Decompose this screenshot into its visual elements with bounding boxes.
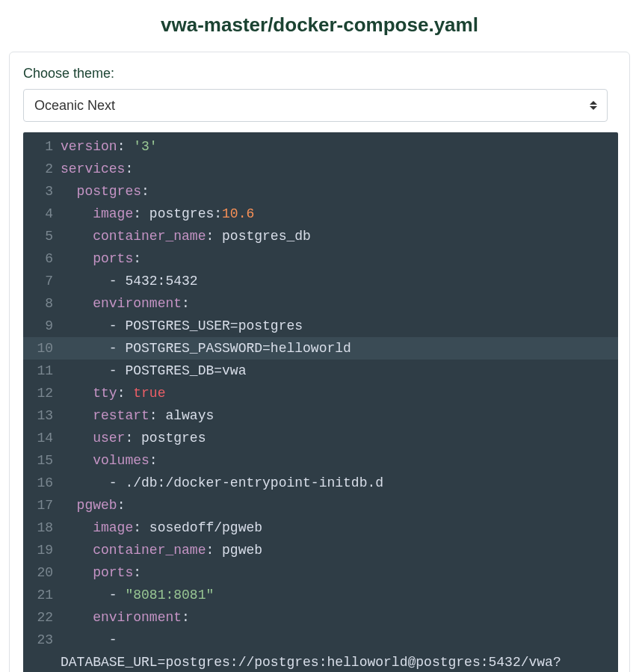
code-line[interactable]: 2services: (23, 158, 618, 180)
code-content[interactable]: ports: (61, 561, 618, 584)
line-number: 1 (23, 135, 61, 158)
code-content[interactable]: environment: (61, 606, 618, 629)
code-line[interactable]: 17 pgweb: (23, 494, 618, 517)
code-line[interactable]: 7 - 5432:5432 (23, 270, 618, 292)
code-content[interactable]: volumes: (61, 449, 618, 472)
line-number: 19 (23, 539, 61, 561)
code-content[interactable]: DATABASE_URL=postgres://postgres:hellowo… (61, 651, 618, 672)
code-content[interactable]: tty: true (61, 382, 618, 404)
code-content[interactable]: user: postgres (61, 427, 618, 449)
code-line[interactable]: 21 - "8081:8081" (23, 584, 618, 606)
code-content[interactable]: environment: (61, 292, 618, 315)
code-line[interactable]: 20 ports: (23, 561, 618, 584)
code-line[interactable]: 12 tty: true (23, 382, 618, 404)
code-line[interactable]: 3 postgres: (23, 180, 618, 203)
line-number: 8 (23, 292, 61, 315)
code-line[interactable]: 22 environment: (23, 606, 618, 629)
code-line[interactable]: 9 - POSTGRES_USER=postgres (23, 315, 618, 337)
code-content[interactable]: ports: (61, 247, 618, 270)
code-content[interactable]: - POSTGRES_PASSWORD=helloworld (61, 337, 618, 360)
viewer-card: Choose theme: Oceanic Next 1version: '3'… (9, 52, 630, 672)
code-content[interactable]: - (61, 629, 618, 651)
theme-select[interactable]: Oceanic Next (23, 89, 608, 122)
line-number: 14 (23, 427, 61, 449)
line-number: 10 (23, 337, 61, 360)
line-number: 2 (23, 158, 61, 180)
code-line[interactable]: 23 - (23, 629, 618, 651)
line-number: 16 (23, 472, 61, 494)
code-content[interactable]: - POSTGRES_USER=postgres (61, 315, 618, 337)
code-line[interactable]: 6 ports: (23, 247, 618, 270)
code-editor[interactable]: 1version: '3'2services:3 postgres:4 imag… (23, 132, 618, 672)
code-line[interactable]: 10 - POSTGRES_PASSWORD=helloworld (23, 337, 618, 360)
code-line[interactable]: DATABASE_URL=postgres://postgres:hellowo… (23, 651, 618, 672)
code-content[interactable]: - 5432:5432 (61, 270, 618, 292)
code-line[interactable]: 5 container_name: postgres_db (23, 225, 618, 247)
line-number: 9 (23, 315, 61, 337)
line-number: 17 (23, 494, 61, 517)
line-number: 23 (23, 629, 61, 651)
code-line[interactable]: 11 - POSTGRES_DB=vwa (23, 360, 618, 382)
line-number: 20 (23, 561, 61, 584)
code-content[interactable]: pgweb: (61, 494, 618, 517)
code-content[interactable]: container_name: pgweb (61, 539, 618, 561)
line-number: 21 (23, 584, 61, 606)
code-content[interactable]: container_name: postgres_db (61, 225, 618, 247)
line-number: 11 (23, 360, 61, 382)
line-number: 12 (23, 382, 61, 404)
code-line[interactable]: 16 - ./db:/docker-entrypoint-initdb.d (23, 472, 618, 494)
line-number: 5 (23, 225, 61, 247)
code-content[interactable]: - POSTGRES_DB=vwa (61, 360, 618, 382)
code-content[interactable]: image: sosedoff/pgweb (61, 517, 618, 539)
line-number: 18 (23, 517, 61, 539)
code-content[interactable]: version: '3' (61, 135, 618, 158)
line-number: 13 (23, 404, 61, 427)
code-content[interactable]: restart: always (61, 404, 618, 427)
line-number: 7 (23, 270, 61, 292)
code-content[interactable]: services: (61, 158, 618, 180)
line-number: 4 (23, 203, 61, 225)
choose-theme-label: Choose theme: (23, 66, 616, 81)
code-content[interactable]: image: postgres:10.6 (61, 203, 618, 225)
code-line[interactable]: 13 restart: always (23, 404, 618, 427)
theme-select-wrap: Oceanic Next (23, 89, 608, 122)
line-number: 3 (23, 180, 61, 203)
line-number: 15 (23, 449, 61, 472)
code-line[interactable]: 4 image: postgres:10.6 (23, 203, 618, 225)
code-line[interactable]: 14 user: postgres (23, 427, 618, 449)
line-number: 22 (23, 606, 61, 629)
code-line[interactable]: 8 environment: (23, 292, 618, 315)
code-line[interactable]: 1version: '3' (23, 135, 618, 158)
code-line[interactable]: 15 volumes: (23, 449, 618, 472)
page-title: vwa-master/docker-compose.yaml (0, 0, 639, 44)
code-content[interactable]: - ./db:/docker-entrypoint-initdb.d (61, 472, 618, 494)
code-line[interactable]: 19 container_name: pgweb (23, 539, 618, 561)
line-number: 6 (23, 247, 61, 270)
code-content[interactable]: - "8081:8081" (61, 584, 618, 606)
code-content[interactable]: postgres: (61, 180, 618, 203)
code-line[interactable]: 18 image: sosedoff/pgweb (23, 517, 618, 539)
